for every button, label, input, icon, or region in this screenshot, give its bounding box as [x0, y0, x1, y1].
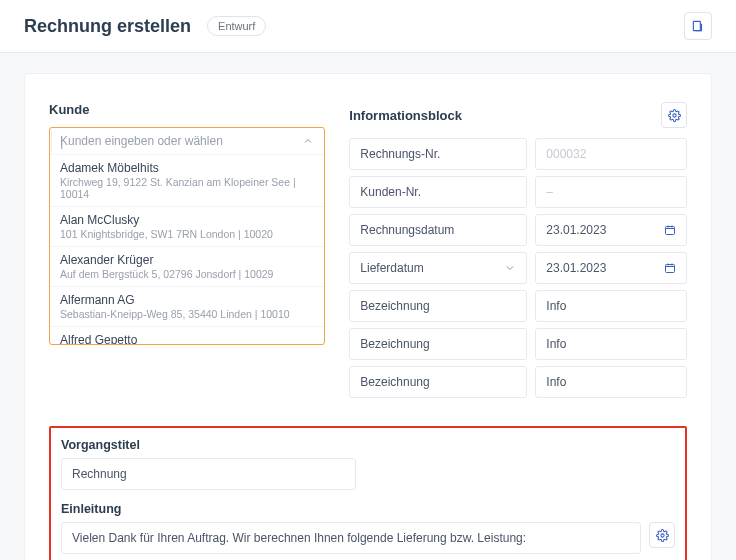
intro-input[interactable]: Vielen Dank für Ihren Auftrag. Wir berec… [61, 522, 641, 554]
desc2-value[interactable]: Info [535, 328, 687, 360]
calendar-icon [664, 262, 676, 274]
highlighted-section: Vorgangstitel Rechnung Einleitung Vielen… [49, 426, 687, 560]
svg-rect-3 [666, 265, 675, 273]
customer-input-row[interactable]: | Kunden eingeben oder wählen [50, 128, 324, 154]
info-row-desc3: Bezeichnung Info [349, 366, 687, 398]
info-row-delivery-date: Lieferdatum 23.01.2023 [349, 252, 687, 284]
info-row-customer-no: Kunden-Nr. – [349, 176, 687, 208]
customer-no-value[interactable]: – [535, 176, 687, 208]
customer-option[interactable]: Alan McClusky 101 Knightsbridge, SW1 7RN… [50, 206, 324, 246]
intro-field: Einleitung Vielen Dank für Ihren Auftrag… [61, 502, 675, 554]
info-row-invoice-no: Rechnungs-Nr. 000032 [349, 138, 687, 170]
svg-rect-0 [693, 21, 700, 30]
intro-label: Einleitung [61, 502, 675, 516]
info-row-desc1: Bezeichnung Info [349, 290, 687, 322]
info-row-desc2: Bezeichnung Info [349, 328, 687, 360]
svg-rect-2 [666, 227, 675, 235]
process-title-label: Vorgangstitel [61, 438, 675, 452]
customer-option[interactable]: Alexander Krüger Auf dem Bergstück 5, 02… [50, 246, 324, 286]
page-title: Rechnung erstellen [24, 16, 191, 37]
info-row-invoice-date: Rechnungsdatum 23.01.2023 [349, 214, 687, 246]
desc1-label[interactable]: Bezeichnung [349, 290, 527, 322]
invoice-date-label: Rechnungsdatum [349, 214, 527, 246]
gear-icon [668, 109, 681, 122]
delivery-date-label[interactable]: Lieferdatum [349, 252, 527, 284]
customer-section-title: Kunde [49, 102, 325, 117]
gear-icon [656, 529, 669, 542]
page-header: Rechnung erstellen Entwurf [0, 0, 736, 53]
process-title-input[interactable]: Rechnung [61, 458, 356, 490]
customer-combobox[interactable]: | Kunden eingeben oder wählen Adamek Möb… [49, 127, 325, 345]
customer-options-list[interactable]: Adamek Möbelhits Kirchweg 19, 9122 St. K… [50, 154, 324, 344]
intro-settings-button[interactable] [649, 522, 675, 548]
customer-option[interactable]: Alfred Gepetto Krämerweg 9, 4600 Olten |… [50, 326, 324, 344]
svg-point-1 [672, 113, 675, 116]
customer-option[interactable]: Adamek Möbelhits Kirchweg 19, 9122 St. K… [50, 154, 324, 206]
calendar-icon [664, 224, 676, 236]
customer-no-label: Kunden-Nr. [349, 176, 527, 208]
header-action-button[interactable] [684, 12, 712, 40]
desc2-label[interactable]: Bezeichnung [349, 328, 527, 360]
info-section-title: Informationsblock [349, 108, 462, 123]
desc3-label[interactable]: Bezeichnung [349, 366, 527, 398]
info-settings-button[interactable] [661, 102, 687, 128]
customer-option[interactable]: Alfermann AG Sebastian-Kneipp-Weg 85, 35… [50, 286, 324, 326]
desc1-value[interactable]: Info [535, 290, 687, 322]
process-title-field: Vorgangstitel Rechnung [61, 438, 675, 490]
delivery-date-input[interactable]: 23.01.2023 [535, 252, 687, 284]
invoice-date-input[interactable]: 23.01.2023 [535, 214, 687, 246]
status-badge: Entwurf [207, 16, 266, 36]
chevron-down-icon [504, 262, 516, 274]
svg-point-4 [660, 533, 663, 536]
desc3-value[interactable]: Info [535, 366, 687, 398]
invoice-no-label: Rechnungs-Nr. [349, 138, 527, 170]
main-card: Kunde | Kunden eingeben oder wählen Adam… [24, 73, 712, 560]
invoice-no-value[interactable]: 000032 [535, 138, 687, 170]
